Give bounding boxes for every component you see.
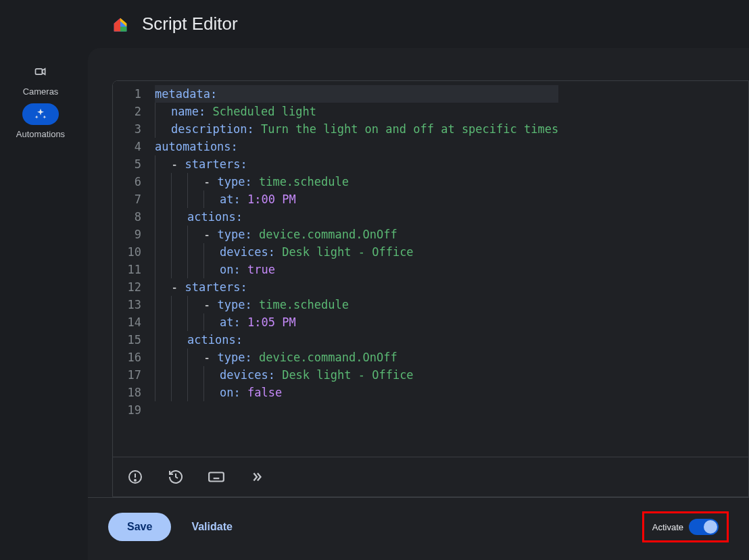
code-area[interactable]: metadata:name: Scheduled lightdescriptio… [148, 81, 558, 457]
code-line[interactable]: automations: [155, 138, 558, 155]
code-line[interactable]: at: 1:00 PM [155, 190, 558, 208]
line-number: 10 [113, 243, 141, 261]
line-number: 13 [113, 296, 141, 313]
sidebar-item-cameras[interactable]: Cameras [22, 61, 59, 97]
code-line[interactable]: devices: Desk light - Office [155, 366, 558, 384]
code-line[interactable]: - type: time.schedule [155, 173, 558, 190]
code-line[interactable]: - type: time.schedule [155, 296, 558, 313]
header: Script Editor [81, 0, 749, 48]
svg-point-3 [135, 480, 136, 481]
code-line[interactable]: at: 1:05 PM [155, 313, 558, 331]
sparkle-icon [22, 103, 59, 125]
code-line[interactable]: actions: [155, 331, 558, 349]
line-number: 7 [113, 190, 141, 208]
error-icon[interactable] [126, 468, 144, 486]
code-line[interactable]: - type: device.command.OnOff [155, 349, 558, 366]
line-number: 15 [113, 331, 141, 349]
code-line[interactable]: - starters: [155, 155, 558, 173]
line-number: 19 [113, 401, 141, 419]
svg-rect-0 [36, 69, 43, 74]
editor-toolbar [113, 457, 748, 497]
line-number: 9 [113, 226, 141, 243]
line-number: 2 [113, 103, 141, 120]
line-number: 4 [113, 138, 141, 155]
activate-label: Activate [652, 522, 683, 532]
validate-button[interactable]: Validate [187, 520, 236, 534]
line-number: 17 [113, 366, 141, 384]
save-button[interactable]: Save [108, 513, 171, 541]
action-bar: Save Validate Activate [88, 497, 749, 560]
code-line[interactable]: metadata: [155, 85, 558, 103]
line-number: 8 [113, 208, 141, 226]
camera-icon [22, 61, 59, 82]
line-number: 11 [113, 261, 141, 278]
code-line[interactable]: devices: Desk light - Office [155, 243, 558, 261]
line-number: 18 [113, 384, 141, 401]
code-line[interactable] [155, 401, 558, 419]
line-number: 1 [113, 85, 141, 103]
code-editor[interactable]: 12345678910111213141516171819 metadata:n… [113, 81, 748, 457]
code-line[interactable]: actions: [155, 208, 558, 226]
line-number: 12 [113, 278, 141, 296]
line-number: 14 [113, 313, 141, 331]
sidebar-item-label: Automations [16, 129, 65, 139]
line-number: 3 [113, 120, 141, 138]
page-title: Script Editor [142, 14, 238, 34]
line-number-gutter: 12345678910111213141516171819 [113, 81, 148, 457]
more-icon[interactable] [248, 468, 266, 486]
line-number: 16 [113, 349, 141, 366]
code-line[interactable]: on: false [155, 384, 558, 401]
line-number: 5 [113, 155, 141, 173]
svg-rect-4 [209, 473, 224, 482]
sidebar-item-automations[interactable]: Automations [16, 103, 65, 139]
code-line[interactable]: name: Scheduled light [155, 103, 558, 120]
editor-panel: 12345678910111213141516171819 metadata:n… [88, 48, 749, 560]
code-line[interactable]: on: true [155, 261, 558, 278]
history-icon[interactable] [167, 468, 185, 486]
google-home-icon [111, 15, 130, 34]
keyboard-icon[interactable] [208, 468, 225, 486]
code-line[interactable]: description: Turn the light on and off a… [155, 120, 558, 138]
sidebar: Cameras Automations [0, 0, 81, 560]
line-number: 6 [113, 173, 141, 190]
code-line[interactable]: - starters: [155, 278, 558, 296]
activate-toggle[interactable] [689, 519, 719, 535]
sidebar-item-label: Cameras [23, 86, 59, 97]
code-line[interactable]: - type: device.command.OnOff [155, 226, 558, 243]
activate-highlight: Activate [642, 511, 729, 542]
